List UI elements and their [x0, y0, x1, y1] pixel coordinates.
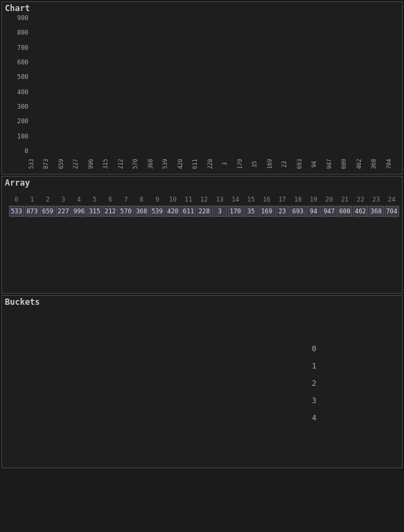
- y-axis-label: 200: [17, 118, 28, 125]
- bucket-number: 2: [312, 379, 317, 388]
- x-axis-label: 873: [43, 156, 56, 172]
- array-value-cell: 996: [71, 206, 87, 217]
- x-axis-label: 227: [73, 156, 86, 172]
- array-index-cell: 0: [9, 196, 24, 203]
- x-axis-label: 704: [386, 156, 399, 172]
- array-value-cell: 539: [150, 206, 165, 217]
- x-axis-label: 315: [103, 156, 116, 172]
- array-index-cell: 5: [87, 196, 103, 203]
- array-value-cell: 947: [322, 206, 337, 217]
- bucket-number: 0: [312, 344, 317, 353]
- y-axis-label: 800: [17, 29, 28, 36]
- array-value-cell: 169: [259, 206, 274, 217]
- x-axis-label: 169: [267, 156, 280, 172]
- bucket-number: 4: [312, 414, 317, 423]
- array-value-cell: 420: [166, 206, 181, 217]
- buckets-label: Buckets: [5, 297, 40, 307]
- array-value-cell: 368: [134, 206, 150, 217]
- y-axis-label: 900: [17, 15, 28, 21]
- x-axis-label: 228: [207, 156, 220, 172]
- array-index-cell: 22: [353, 196, 368, 203]
- array-value-cell: 315: [87, 206, 103, 217]
- array-value-cell: 94: [306, 206, 322, 217]
- x-axis-label: 462: [356, 156, 369, 172]
- bucket-row: 0: [82, 344, 322, 353]
- x-axis-label: 3: [222, 156, 235, 172]
- array-index-cell: 24: [385, 196, 400, 203]
- x-labels: 5338736592279963152125703685394206112283…: [28, 156, 399, 172]
- x-axis-label: 368: [371, 156, 384, 172]
- x-axis-label: 170: [237, 156, 250, 172]
- array-section: Array 0123456789101112131415161718192021…: [1, 176, 403, 294]
- array-value-cell: 659: [40, 206, 55, 217]
- x-axis-label: 947: [326, 156, 340, 172]
- array-value-cell: 212: [103, 206, 118, 217]
- y-axis-label: 400: [17, 89, 28, 96]
- y-axis: 9008007006005004003002001000: [9, 15, 30, 154]
- array-index-cell: 23: [369, 196, 384, 203]
- array-index-cell: 3: [56, 196, 71, 203]
- array-index-cell: 9: [150, 196, 165, 203]
- bars-container: [28, 15, 399, 154]
- array-index-cell: 4: [71, 196, 87, 203]
- x-axis-label: 420: [177, 156, 191, 172]
- y-axis-label: 500: [17, 73, 28, 80]
- array-index-cell: 19: [306, 196, 322, 203]
- buckets-section: Buckets 01234: [1, 295, 403, 468]
- array-index-cell: 14: [228, 196, 243, 203]
- array-index-cell: 12: [197, 196, 212, 203]
- array-index-cell: 17: [275, 196, 290, 203]
- array-value-cell: 228: [197, 206, 212, 217]
- array-index-cell: 2: [40, 196, 55, 203]
- bucket-number: 1: [312, 362, 317, 371]
- bucket-row: 2: [82, 379, 322, 388]
- x-axis-label: 570: [132, 156, 146, 172]
- bucket-row: 4: [82, 414, 322, 423]
- bucket-row: 1: [82, 362, 322, 371]
- x-axis-label: 533: [28, 156, 42, 172]
- array-index-cell: 18: [290, 196, 306, 203]
- x-axis-label: 23: [281, 156, 295, 172]
- array-index-cell: 1: [25, 196, 40, 203]
- array-value-cell: 533: [9, 206, 24, 217]
- y-axis-label: 300: [17, 103, 28, 110]
- array-index-cell: 10: [166, 196, 181, 203]
- buckets-content: 01234: [2, 312, 402, 468]
- x-axis-label: 693: [297, 156, 310, 172]
- y-axis-label: 100: [17, 133, 28, 140]
- array-index-cell: 6: [103, 196, 118, 203]
- array-index-cell: 7: [118, 196, 134, 203]
- array-index-cell: 16: [259, 196, 274, 203]
- array-index-cell: 11: [181, 196, 196, 203]
- array-value-cell: 368: [369, 206, 384, 217]
- array-value-cell: 3: [212, 206, 227, 217]
- array-value-cell: 600: [337, 206, 353, 217]
- array-value-cell: 704: [385, 206, 400, 217]
- bucket-row: 3: [82, 396, 322, 405]
- array-index-cell: 15: [243, 196, 258, 203]
- array-index-cell: 20: [322, 196, 337, 203]
- array-index-cell: 21: [337, 196, 353, 203]
- array-label: Array: [5, 178, 30, 188]
- x-axis-label: 35: [252, 156, 265, 172]
- array-index-cell: 8: [134, 196, 150, 203]
- array-value-cell: 873: [25, 206, 40, 217]
- array-value-cell: 170: [228, 206, 243, 217]
- x-axis-label: 368: [148, 156, 161, 172]
- array-value-cell: 693: [290, 206, 306, 217]
- chart-section: Chart 9008007006005004003002001000 53387…: [1, 1, 403, 175]
- x-axis-label: 611: [192, 156, 205, 172]
- array-value-cell: 462: [353, 206, 368, 217]
- array-index-cell: 13: [212, 196, 227, 203]
- x-axis-label: 539: [162, 156, 175, 172]
- chart-label: Chart: [5, 3, 30, 13]
- array-values: 5338736592279963152125703685394206112283…: [9, 206, 399, 217]
- array-value-cell: 227: [56, 206, 71, 217]
- y-axis-label: 700: [17, 44, 28, 51]
- y-axis-label: 600: [17, 59, 28, 66]
- x-axis-label: 996: [88, 156, 101, 172]
- x-axis-label: 600: [341, 156, 354, 172]
- bucket-number: 3: [312, 396, 317, 405]
- x-axis-label: 94: [311, 156, 324, 172]
- array-indices: 0123456789101112131415161718192021222324: [9, 196, 399, 203]
